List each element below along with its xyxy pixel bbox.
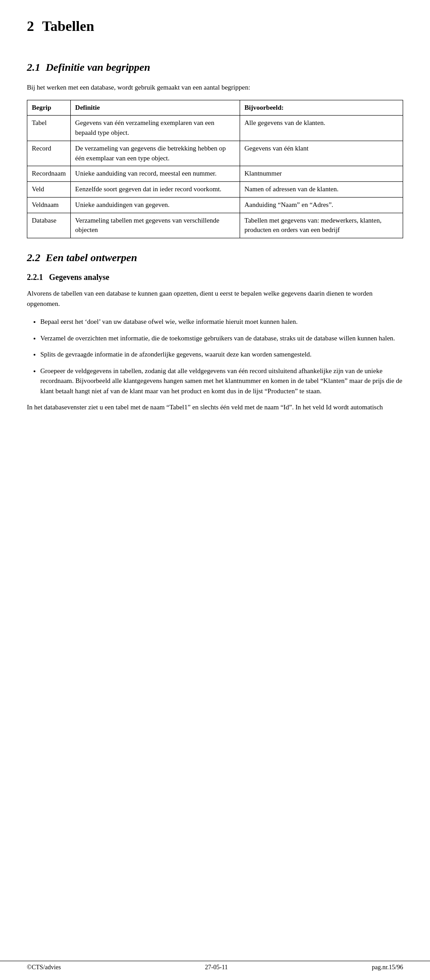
table-cell-definitie: Gegevens van één verzameling exemplaren … (70, 116, 240, 141)
closing-text: In het databasevenster ziet u een tabel … (27, 402, 403, 413)
table-row: VeldnaamUnieke aanduidingen van gegeven.… (27, 197, 403, 213)
section1-title: 2.1 Definitie van begrippen (27, 61, 403, 73)
table-cell-voorbeeld: Namen of adressen van de klanten. (240, 182, 403, 198)
table-cell-begrip: Veldnaam (27, 197, 71, 213)
table-cell-definitie: De verzameling van gegevens die betrekki… (70, 141, 240, 166)
table-row: RecordDe verzameling van gegevens die be… (27, 141, 403, 166)
table-cell-voorbeeld: Aanduiding “Naam” en “Adres”. (240, 197, 403, 213)
begrippen-table: BegripDefinitieBijvoorbeeld:TabelGegeven… (27, 100, 403, 239)
table-header: Begrip (27, 100, 71, 116)
footer-left: ©CTS/advies (27, 964, 61, 971)
footer-center: 27-05-11 (205, 964, 228, 971)
footer-right: pag.nr.15/96 (372, 964, 403, 971)
table-cell-definitie: Unieke aanduidingen van gegeven. (70, 197, 240, 213)
table-row: VeldEenzelfde soort gegeven dat in ieder… (27, 182, 403, 198)
table-cell-definitie: Eenzelfde soort gegeven dat in ieder rec… (70, 182, 240, 198)
table-cell-definitie: Verzameling tabellen met gegevens van ve… (70, 213, 240, 238)
subsection-title: 2.2.1 Gegevens analyse (27, 273, 403, 282)
table-header: Definitie (70, 100, 240, 116)
section1-intro: Bij het werken met een database, wordt g… (27, 82, 403, 93)
chapter-heading: 2 Tabellen (27, 18, 403, 48)
table-cell-begrip: Tabel (27, 116, 71, 141)
chapter-number: 2 (27, 18, 34, 34)
footer: ©CTS/advies 27-05-11 pag.nr.15/96 (0, 961, 430, 971)
subsection-intro: Alvorens de tabellen van een database te… (27, 288, 403, 309)
table-row: TabelGegevens van één verzameling exempl… (27, 116, 403, 141)
list-item: Splits de gevraagde informatie in de afz… (40, 349, 403, 360)
table-cell-voorbeeld: Gegevens van één klant (240, 141, 403, 166)
table-cell-begrip: Veld (27, 182, 71, 198)
table-row: DatabaseVerzameling tabellen met gegeven… (27, 213, 403, 238)
table-cell-begrip: Recordnaam (27, 166, 71, 182)
table-cell-definitie: Unieke aanduiding van record, meestal ee… (70, 166, 240, 182)
table-cell-voorbeeld: Alle gegevens van de klanten. (240, 116, 403, 141)
list-item: Bepaal eerst het ‘doel’ van uw database … (40, 317, 403, 327)
table-cell-voorbeeld: Tabellen met gegevens van: medewerkers, … (240, 213, 403, 238)
list-item: Verzamel de overzichten met informatie, … (40, 333, 403, 344)
table-cell-begrip: Record (27, 141, 71, 166)
list-item: Groepeer de veldgegevens in tabellen, zo… (40, 366, 403, 396)
table-cell-voorbeeld: Klantnummer (240, 166, 403, 182)
bullet-list: Bepaal eerst het ‘doel’ van uw database … (40, 317, 403, 396)
section2: 2.2 Een tabel ontwerpen 2.2.1 Gegevens a… (27, 252, 403, 413)
chapter-title: Tabellen (42, 18, 94, 34)
table-header: Bijvoorbeeld: (240, 100, 403, 116)
begrippen-table-container: BegripDefinitieBijvoorbeeld:TabelGegeven… (27, 100, 403, 239)
table-row: RecordnaamUnieke aanduiding van record, … (27, 166, 403, 182)
section2-title: 2.2 Een tabel ontwerpen (27, 252, 403, 264)
table-cell-begrip: Database (27, 213, 71, 238)
